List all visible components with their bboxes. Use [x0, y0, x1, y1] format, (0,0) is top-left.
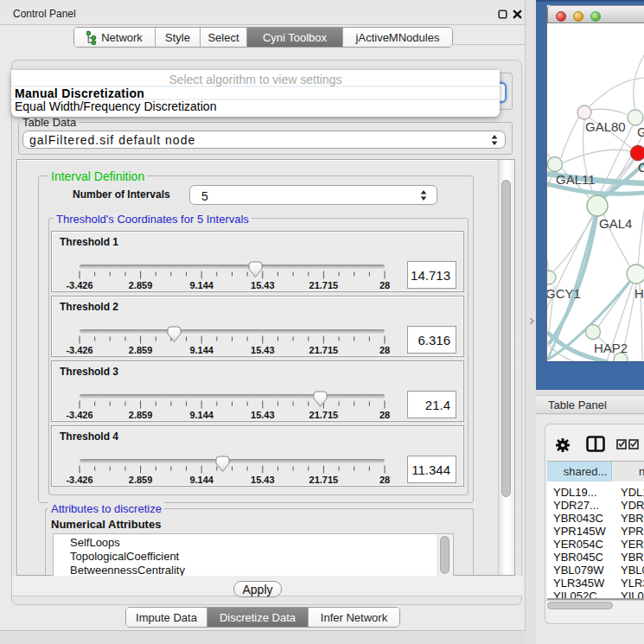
svg-text:H: H: [634, 286, 644, 301]
svg-text:GAL4: GAL4: [599, 216, 632, 231]
svg-text:GAL80: GAL80: [585, 119, 626, 134]
svg-text:GAL11: GAL11: [556, 172, 596, 187]
svg-text:C...: C...: [638, 160, 644, 175]
svg-text:GCY1: GCY1: [547, 286, 581, 301]
svg-text:G...: G...: [637, 124, 644, 139]
svg-text:HAP2: HAP2: [594, 341, 628, 355]
